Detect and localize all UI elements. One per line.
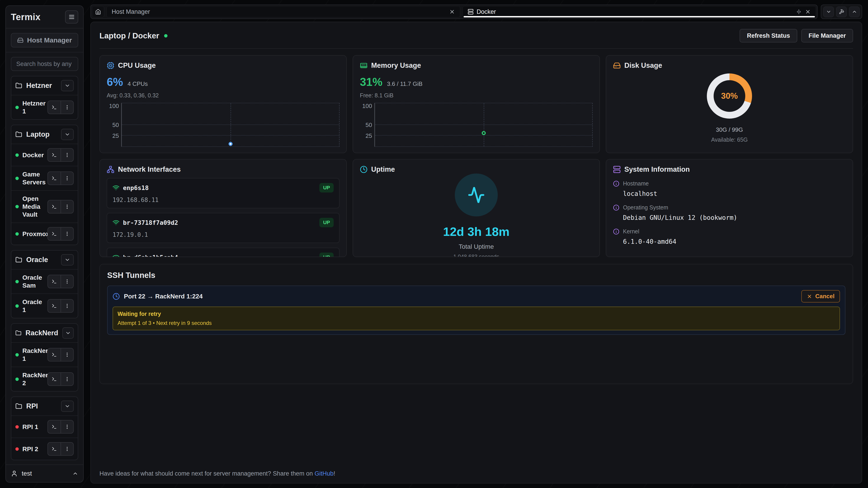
host-menu-button[interactable] xyxy=(61,172,73,185)
host-row-racknerd-1[interactable]: RackNerd 1 xyxy=(11,342,78,367)
host-row-game-servers[interactable]: Game Servers xyxy=(11,166,78,190)
host-manager-nav-label: Host Manager xyxy=(27,36,72,44)
host-name: Oracle Sam xyxy=(22,273,44,289)
kebab-menu-icon xyxy=(64,204,70,209)
y-tick: 50 xyxy=(366,121,372,128)
expand-button[interactable] xyxy=(849,6,860,17)
tunnel-entry: Port 22 → RackNerd 1:224 Cancel Waiting … xyxy=(107,286,845,335)
close-tab-icon[interactable] xyxy=(449,9,455,15)
host-menu-button[interactable] xyxy=(61,348,73,361)
home-button[interactable] xyxy=(92,6,104,18)
host-row-proxmox[interactable]: Proxmox xyxy=(11,223,78,245)
group-collapse-button[interactable] xyxy=(61,80,74,91)
terminal-button[interactable] xyxy=(48,443,61,455)
system-row-os: Operating System Debian GNU/Linux 12 (bo… xyxy=(613,204,846,221)
sidebar-menu-button[interactable] xyxy=(65,10,78,24)
group-collapse-button[interactable] xyxy=(61,129,74,140)
interface-row-br-73718f7a09d2: br-73718f7a09d2 UP 172.19.0.1 xyxy=(107,213,340,243)
tools-button[interactable] xyxy=(836,6,847,17)
terminal-button[interactable] xyxy=(48,275,61,288)
host-manager-nav-button[interactable]: Host Manager xyxy=(11,33,78,47)
home-icon xyxy=(95,9,101,15)
group-header-rpi[interactable]: RPI xyxy=(11,397,78,416)
main-column: Host Manager Docker Laptop / Dock xyxy=(84,0,868,488)
host-row-oracle-1[interactable]: Oracle 1 xyxy=(11,293,78,318)
host-row-oracle-sam[interactable]: Oracle Sam xyxy=(11,269,78,293)
host-row-open-media-vault[interactable]: Open Media Vault xyxy=(11,190,78,223)
group-collapse-button[interactable] xyxy=(61,400,74,412)
footer-suffix: ! xyxy=(334,470,336,477)
terminal-button[interactable] xyxy=(48,101,61,113)
memory-used-total: 3.6 / 11.7 GiB xyxy=(387,80,423,88)
warning-title: Waiting for retry xyxy=(118,311,835,317)
tab-label: Docker xyxy=(477,8,793,15)
kebab-menu-icon xyxy=(64,279,70,284)
cpu-icon xyxy=(107,62,114,69)
user-menu[interactable]: test xyxy=(6,464,83,482)
host-menu-button[interactable] xyxy=(61,149,73,161)
status-dot-online xyxy=(16,280,19,283)
group-name: RackNerd xyxy=(26,329,58,337)
card-title: Disk Usage xyxy=(624,61,662,70)
host-row-docker[interactable]: Docker xyxy=(11,144,78,166)
host-menu-button[interactable] xyxy=(61,300,73,312)
terminal-button[interactable] xyxy=(48,149,61,161)
group-header-oracle[interactable]: Oracle xyxy=(11,251,78,269)
chevron-up-icon xyxy=(852,9,857,14)
interface-name: br-d6abe1b5cab4 xyxy=(123,254,316,257)
stats-grid: CPU Usage 6% 4 CPUs Avg: 0.33, 0.36, 0.3… xyxy=(99,55,853,257)
terminal-button[interactable] xyxy=(48,300,61,312)
host-groups: Hetzner Hetzner 1 Laptop xyxy=(6,73,83,464)
cpu-percent: 6% xyxy=(107,75,123,89)
host-menu-button[interactable] xyxy=(61,443,73,455)
terminal-button[interactable] xyxy=(48,228,61,240)
terminal-icon xyxy=(52,231,57,236)
github-link[interactable]: GitHub xyxy=(315,470,334,477)
refresh-status-button[interactable]: Refresh Status xyxy=(740,29,797,42)
host-menu-button[interactable] xyxy=(61,228,73,240)
host-row-rpi-1[interactable]: RPI 1 xyxy=(11,416,78,437)
terminal-button[interactable] xyxy=(48,172,61,185)
wifi-icon xyxy=(113,219,119,226)
clock-icon xyxy=(113,293,120,300)
terminal-button[interactable] xyxy=(48,420,61,433)
host-menu-button[interactable] xyxy=(61,200,73,213)
terminal-button[interactable] xyxy=(48,373,61,385)
card-title: Memory Usage xyxy=(371,61,421,70)
group-collapse-button[interactable] xyxy=(62,327,74,339)
x-icon xyxy=(807,294,812,299)
group-header-racknerd[interactable]: RackNerd xyxy=(11,324,78,342)
interface-row-enp6s18: enp6s18 UP 192.168.68.11 xyxy=(107,178,340,208)
host-group-hetzner: Hetzner Hetzner 1 xyxy=(11,76,78,120)
group-collapse-button[interactable] xyxy=(61,254,74,265)
host-menu-button[interactable] xyxy=(61,275,73,288)
terminal-button[interactable] xyxy=(48,348,61,361)
memory-usage-card: Memory Usage 31% 3.6 / 11.7 GiB Free: 8.… xyxy=(352,55,600,153)
close-tab-icon[interactable] xyxy=(805,9,811,15)
collapse-button[interactable] xyxy=(823,6,834,17)
network-icon xyxy=(107,166,114,173)
window-buttons xyxy=(821,4,862,19)
group-header-laptop[interactable]: Laptop xyxy=(11,125,78,144)
host-menu-button[interactable] xyxy=(61,420,73,433)
file-manager-button[interactable]: File Manager xyxy=(801,29,853,42)
group-header-hetzner[interactable]: Hetzner xyxy=(11,76,78,95)
folder-icon xyxy=(16,330,22,336)
host-name: RackNerd 1 xyxy=(22,347,44,363)
status-dot-online xyxy=(16,153,19,157)
tab-docker[interactable]: Docker xyxy=(463,6,816,18)
tab-host-manager[interactable]: Host Manager xyxy=(106,6,460,18)
terminal-button[interactable] xyxy=(48,200,61,213)
host-menu-button[interactable] xyxy=(61,101,73,113)
cancel-tunnel-button[interactable]: Cancel xyxy=(801,290,840,302)
chevron-down-icon xyxy=(65,330,71,336)
host-menu-button[interactable] xyxy=(61,373,73,385)
terminal-icon xyxy=(52,352,57,357)
host-name: Oracle 1 xyxy=(22,298,44,314)
host-row-racknerd-2[interactable]: RackNerd 2 xyxy=(11,367,78,391)
search-input[interactable] xyxy=(11,57,78,71)
split-view-icon[interactable] xyxy=(796,9,802,15)
host-row-hetzner-1[interactable]: Hetzner 1 xyxy=(11,95,78,119)
host-row-rpi-2[interactable]: RPI 2 xyxy=(11,437,78,460)
host-actions xyxy=(48,442,74,456)
